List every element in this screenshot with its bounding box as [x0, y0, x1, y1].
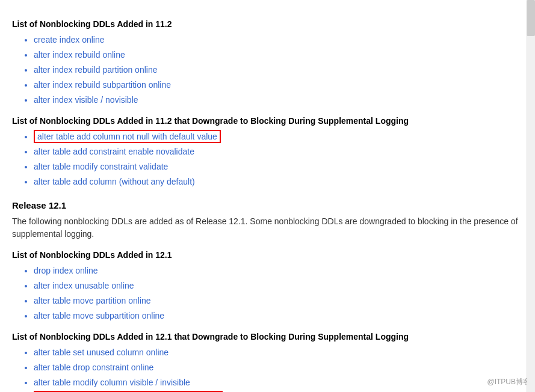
item-link[interactable]: alter table add column (without any defa… [34, 177, 195, 186]
list-item: alter index unusable online [34, 280, 523, 292]
item-link[interactable]: alter table add constraint enable novali… [34, 147, 194, 156]
section-12-1-nonblocking: List of Nonblocking DDLs Added in 12.1 d… [12, 250, 523, 322]
list-item: alter table move subpartition online [34, 310, 523, 322]
section-12-1-downgrade-title: List of Nonblocking DDLs Added in 12.1 t… [12, 332, 523, 341]
section-11-2-downgrade-list: alter table add column not null with def… [12, 130, 523, 188]
scrollbar[interactable] [527, 0, 535, 392]
section-11-2-nonblocking-list: create index online alter index rebuild … [12, 34, 523, 106]
item-link[interactable]: alter index rebuild subpartition online [34, 80, 171, 90]
list-item: create index online [34, 34, 523, 46]
section-11-2-downgrade-title: List of Nonblocking DDLs Added in 11.2 t… [12, 116, 523, 126]
section-12-1-downgrade-list: alter table set unused column online alt… [12, 346, 523, 392]
item-link[interactable]: alter table modify column visible / invi… [34, 378, 190, 387]
item-link[interactable]: alter index rebuild partition online [34, 65, 157, 75]
list-item: alter index rebuild subpartition online [34, 79, 523, 91]
item-link[interactable]: alter table drop constraint online [34, 363, 153, 372]
item-link[interactable]: drop index online [34, 266, 98, 275]
list-item: alter table drop constraint online [34, 361, 523, 374]
item-link[interactable]: alter table set unused column online [34, 348, 169, 357]
release-title: Release 12.1 [12, 200, 523, 210]
item-link[interactable]: alter index rebuild online [34, 50, 125, 60]
list-item: alter index rebuild online [34, 49, 523, 61]
list-item: alter index visible / novisible [34, 94, 523, 106]
list-item-highlighted: alter table add column not null with def… [34, 130, 523, 143]
release-description: The following nonblocking DDLs are added… [12, 215, 523, 240]
item-link[interactable]: alter table move partition online [34, 296, 151, 305]
watermark: @ITPUB博客 [487, 377, 530, 387]
section-12-1-downgrade: List of Nonblocking DDLs Added in 12.1 t… [12, 332, 523, 392]
section-12-1-nonblocking-list: drop index online alter index unusable o… [12, 265, 523, 322]
list-item: alter index rebuild partition online [34, 64, 523, 76]
highlight-box: alter table add column not null with def… [34, 130, 221, 143]
list-item: drop index online [34, 265, 523, 277]
list-item: alter table add constraint enable novali… [34, 145, 523, 158]
list-item: alter table set unused column online [34, 346, 523, 359]
list-item: alter table add column (without any defa… [34, 176, 523, 188]
section-11-2-downgrade: List of Nonblocking DDLs Added in 11.2 t… [12, 116, 523, 188]
item-link[interactable]: create index online [34, 35, 105, 44]
item-link[interactable]: alter index unusable online [34, 281, 134, 290]
item-link[interactable]: alter table add column not null with def… [37, 132, 217, 141]
item-link[interactable]: alter table modify constraint validate [34, 162, 168, 171]
list-item: alter table move partition online [34, 295, 523, 307]
page-content: List of Nonblocking DDLs Added in 11.2 c… [12, 19, 523, 392]
release-section: Release 12.1 The following nonblocking D… [12, 200, 523, 240]
item-link[interactable]: alter index visible / novisible [34, 95, 138, 105]
section-11-2-nonblocking: List of Nonblocking DDLs Added in 11.2 c… [12, 19, 523, 106]
list-item: alter table modify constraint validate [34, 161, 523, 173]
scrollbar-thumb[interactable] [527, 0, 535, 36]
list-item: alter table modify column visible / invi… [34, 376, 523, 389]
item-link[interactable]: alter table move subpartition online [34, 311, 164, 320]
section-12-1-nonblocking-title: List of Nonblocking DDLs Added in 12.1 [12, 250, 523, 260]
section-11-2-nonblocking-title: List of Nonblocking DDLs Added in 11.2 [12, 19, 523, 29]
